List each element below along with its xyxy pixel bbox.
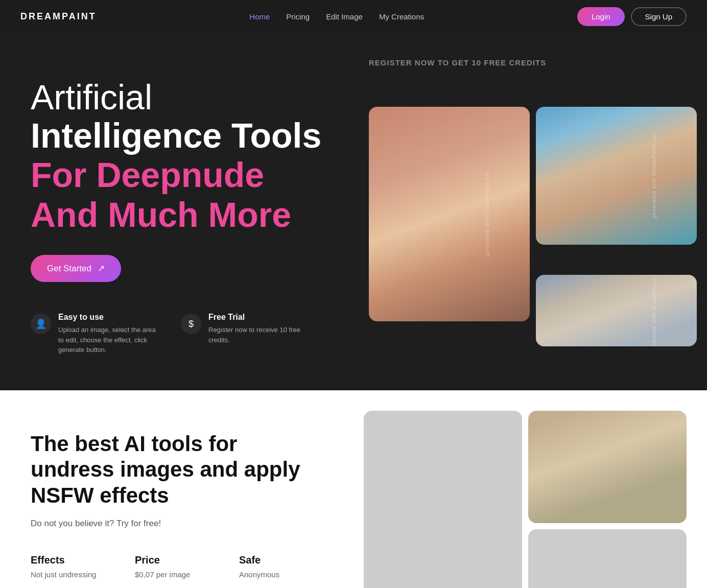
section2-image-girl-living — [528, 411, 687, 523]
stats-grid: Effects Not just undressing Price $0,07 … — [31, 554, 323, 579]
stat-price-label: Price — [135, 554, 219, 566]
section2-image-girl-white — [364, 411, 522, 588]
stat-effects: Effects Not just undressing — [31, 554, 114, 579]
stat-safe: Safe Anonymous — [239, 554, 323, 579]
nav-link-pricing[interactable]: Pricing — [286, 12, 310, 21]
nav-links: Home Pricing Edit Image My Creations — [249, 12, 424, 21]
feature-easy-title: Easy to use — [58, 313, 160, 322]
watermark-blue: generated with DreamPaint.net — [651, 133, 657, 219]
hero-image-girl-blue: generated with DreamPaint.net — [536, 107, 697, 245]
logo: DREAMPAINT — [20, 11, 97, 22]
ghost-icon: 👤 — [31, 314, 51, 334]
hero-image-girl-right: generated with DreamPaint.net — [536, 275, 697, 346]
stat-safe-label: Safe — [239, 554, 323, 566]
hero-title-pink: For Deepnude And Much More — [31, 155, 323, 234]
section2-left: The best AI tools for undress images and… — [0, 390, 354, 588]
stat-safe-value: Anonymous — [239, 570, 323, 579]
nav-link-my-creations[interactable]: My Creations — [379, 12, 424, 21]
signup-button[interactable]: Sign Up — [631, 7, 687, 26]
feature-free-trial: $ Free Trial Register now to receive 10 … — [181, 313, 311, 355]
navbar: DREAMPAINT Home Pricing Edit Image My Cr… — [0, 0, 707, 33]
hero-features: 👤 Easy to use Upload an image, select th… — [31, 313, 323, 355]
stat-price: Price $0,07 per image — [135, 554, 219, 579]
hero-title-line1: Artificial — [31, 78, 323, 116]
feature-easy-to-use: 👤 Easy to use Upload an image, select th… — [31, 313, 160, 355]
feature-trial-desc: Register now to receive 10 free credits. — [208, 325, 311, 345]
stat-price-value: $0,07 per image — [135, 570, 219, 579]
hero-image-redhead: generated with DreamPaint.net — [369, 107, 530, 321]
section2-image-girl-face — [528, 529, 687, 588]
stat-effects-label: Effects — [31, 554, 114, 566]
hero-left: Artificial Intelligence Tools For Deepnu… — [0, 33, 354, 390]
nav-link-home[interactable]: Home — [249, 12, 270, 21]
feature-trial-title: Free Trial — [208, 313, 311, 322]
nav-buttons: Login Sign Up — [577, 7, 687, 26]
hero-right: REGISTER NOW TO GET 10 FREE CREDITS gene… — [354, 33, 707, 390]
stat-effects-value: Not just undressing — [31, 570, 114, 579]
get-started-button[interactable]: Get Started ↗ — [31, 255, 121, 282]
nav-link-edit-image[interactable]: Edit Image — [326, 12, 363, 21]
watermark-redhead: generated with DreamPaint.net — [484, 172, 490, 257]
section2-title: The best AI tools for undress images and… — [31, 431, 323, 508]
section2-subtitle: Do not you believe it? Try for free! — [31, 519, 323, 529]
watermark-right: generated with DreamPaint.net — [651, 275, 657, 346]
hero-title-line2: Intelligence Tools — [31, 116, 323, 155]
login-button[interactable]: Login — [577, 7, 625, 26]
hero-heading: Artificial Intelligence Tools For Deepnu… — [31, 78, 323, 234]
arrow-icon: ↗ — [98, 263, 105, 274]
section2: The best AI tools for undress images and… — [0, 390, 707, 588]
section2-right — [354, 390, 707, 588]
hero-section: Artificial Intelligence Tools For Deepnu… — [0, 33, 707, 390]
register-banner: REGISTER NOW TO GET 10 FREE CREDITS — [369, 53, 697, 77]
feature-easy-desc: Upload an image, select the area to edit… — [58, 325, 160, 355]
dollar-icon: $ — [181, 314, 201, 334]
